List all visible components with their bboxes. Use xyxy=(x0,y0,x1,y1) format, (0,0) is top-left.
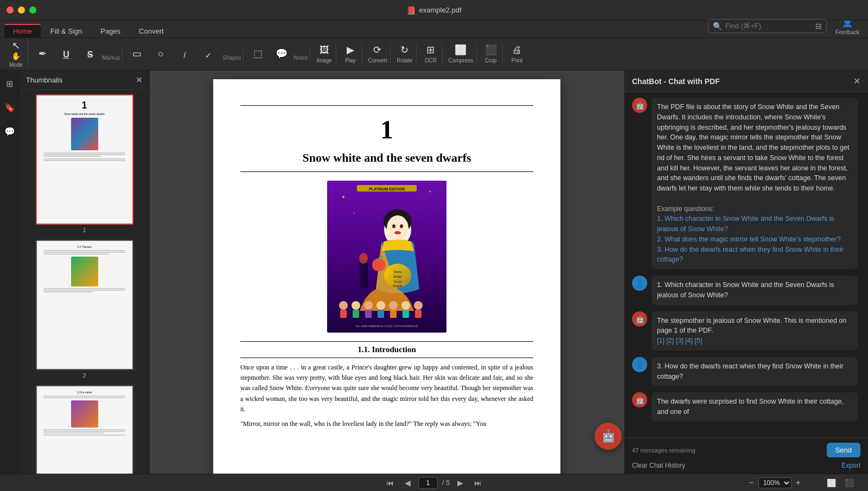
tab-pages[interactable]: Pages xyxy=(92,25,129,37)
user-avatar-1: 👤 xyxy=(632,276,647,291)
toolbar: ↖ ✋ Mode ✒ U S Markup ▭ ○ / ✓ Shapes xyxy=(0,38,868,71)
example-link-3[interactable]: 3. How do the dwarfs react when they fin… xyxy=(657,246,844,264)
mode-button[interactable]: ↖ ✋ Mode xyxy=(4,38,28,70)
compress-button[interactable]: ⬜ Compress xyxy=(445,42,477,66)
chatbot-fab[interactable]: 🤖 xyxy=(595,423,622,450)
minimize-button[interactable] xyxy=(18,7,25,14)
svg-point-2 xyxy=(430,191,431,193)
example-link-2[interactable]: 2. What does the magic mirror tell Snow … xyxy=(657,235,841,243)
tab-row: Home Fill & Sign Pages Convert 🔍 ⊟ 👤 Fee… xyxy=(0,21,868,38)
underline-icon: U xyxy=(63,49,69,60)
rect-button[interactable]: ▭ xyxy=(125,46,149,62)
ocr-icon: ⊞ xyxy=(426,44,435,56)
svg-point-14 xyxy=(339,301,348,310)
thumbnails-list: 1 Snow white and the seven dwarfs 1 1. xyxy=(20,90,149,474)
page-total: / 5 xyxy=(442,479,450,487)
print-button[interactable]: 🖨 Print xyxy=(505,42,529,66)
page-number-input[interactable] xyxy=(418,477,438,489)
ai-avatar-3: 🤖 xyxy=(632,392,647,407)
fit-width-button[interactable]: ⬛ xyxy=(841,477,857,488)
prev-page-button[interactable]: ◀ xyxy=(401,477,414,488)
search-input[interactable] xyxy=(725,22,812,30)
chat-close-button[interactable]: ✕ xyxy=(853,76,860,86)
convert-button[interactable]: ⟳ Convert xyxy=(365,42,391,66)
svg-point-11 xyxy=(394,231,401,234)
ai-avatar-1: 🤖 xyxy=(632,98,647,113)
svg-point-20 xyxy=(376,301,385,310)
comment-button[interactable]: 💬 xyxy=(270,46,293,62)
zoom-out-button[interactable]: − xyxy=(746,478,756,488)
comments-icon[interactable]: 💬 xyxy=(1,123,18,140)
last-page-button[interactable]: ⏭ xyxy=(471,477,485,488)
chat-footer: 47 messages remaining Send Clear Chat Hi… xyxy=(624,438,868,474)
thumbnails-icon[interactable]: ⊞ xyxy=(1,75,18,92)
cursor-icon: ↖ xyxy=(12,40,20,52)
thumbnail-page-3[interactable]: 1.3 Le conte 3 xyxy=(24,385,145,474)
search-icon: 🔍 xyxy=(713,22,722,30)
zoom-in-button[interactable]: + xyxy=(794,478,803,488)
crop-button[interactable]: ⬛ Crop xyxy=(479,42,503,66)
rotate-icon: ↻ xyxy=(400,44,409,56)
fit-page-button[interactable]: ⬜ xyxy=(824,477,839,488)
svg-text:Dwarfs: Dwarfs xyxy=(393,284,403,288)
strikethrough-icon: S xyxy=(87,49,93,60)
filter-icon[interactable]: ⊟ xyxy=(815,22,822,30)
thumbnail-page-2[interactable]: 1.2 Themes 2 xyxy=(24,240,145,379)
clear-history-button[interactable]: Clear Chat History xyxy=(632,462,685,469)
chat-bubble-ai-3: The dwarfs were surprised to find Snow W… xyxy=(652,392,858,422)
line-icon: / xyxy=(183,51,186,60)
ocr-button[interactable]: ⊞ OCR xyxy=(419,42,443,66)
chat-messages: 🤖 The PDF file is about the story of Sno… xyxy=(624,92,868,438)
play-button[interactable]: ▶ Play xyxy=(339,42,362,66)
line-button[interactable]: / xyxy=(173,49,196,62)
tab-home[interactable]: Home xyxy=(4,24,41,37)
thumb-cover-1 xyxy=(71,118,98,150)
rotate-button[interactable]: ↻ Rotate xyxy=(393,42,417,66)
thumbnail-img-2: 1.2 Themes xyxy=(36,240,133,370)
ellipse-icon: ○ xyxy=(158,48,164,60)
chat-header: ChatBot - Chat with PDF ✕ xyxy=(624,71,868,92)
thumbnail-img-3: 1.3 Le conte xyxy=(36,385,133,474)
zoom-select[interactable]: 100% 75% 125% 150% xyxy=(758,477,792,488)
pdf-body-text-1: Once upon a time . . . in a great castle… xyxy=(240,362,533,415)
strikethrough-button[interactable]: S xyxy=(78,47,102,62)
next-page-button[interactable]: ▶ xyxy=(454,477,467,488)
image-button[interactable]: 🖼 Image xyxy=(312,42,336,66)
send-button[interactable]: Send xyxy=(827,443,860,457)
svg-rect-25 xyxy=(403,310,409,318)
thumbnails-panel: Thumbnails ✕ 1 Snow white and the seven … xyxy=(20,71,150,474)
close-button[interactable] xyxy=(7,7,14,14)
stamp-button[interactable]: ⬚ xyxy=(246,46,270,62)
maximize-button[interactable] xyxy=(29,7,36,14)
thumbnail-page-1[interactable]: 1 Snow white and the seven dwarfs 1 xyxy=(24,94,145,233)
export-button[interactable]: Export xyxy=(841,462,860,469)
example-link-1[interactable]: 1. Which character in Snow White and the… xyxy=(657,215,834,233)
tab-fill-sign[interactable]: Fill & Sign xyxy=(42,25,91,37)
svg-point-22 xyxy=(389,301,398,310)
svg-rect-17 xyxy=(353,310,359,318)
notes-label: Notes xyxy=(293,55,308,62)
tab-convert[interactable]: Convert xyxy=(130,25,173,37)
svg-rect-27 xyxy=(415,310,422,318)
pdf-viewer[interactable]: 1 Snow white and the seven dwarfs xyxy=(150,71,624,474)
title-bar: 📕 example2.pdf xyxy=(0,0,868,21)
first-page-button[interactable]: ⏮ xyxy=(383,477,397,488)
pen-button[interactable]: ✒ xyxy=(30,46,54,62)
ellipse-button[interactable]: ○ xyxy=(149,46,173,62)
traffic-lights xyxy=(7,7,36,14)
svg-text:White: White xyxy=(393,275,402,279)
book-cover-image: PLATINUM EDITION xyxy=(327,181,446,333)
section-title: 1.1. Introduction xyxy=(240,341,533,358)
thumbnail-img-1: 1 Snow white and the seven dwarfs xyxy=(36,94,133,225)
chat-msg-ai-3: 🤖 The dwarfs were surprised to find Snow… xyxy=(632,392,860,422)
pdf-icon: 📕 xyxy=(406,6,416,15)
bottom-bar: ⏮ ◀ / 5 ▶ ⏭ − 100% 75% 125% 150% + ⬜ ⬛ xyxy=(0,474,868,491)
svg-point-18 xyxy=(364,301,373,310)
check-button[interactable]: ✓ xyxy=(196,49,220,62)
chapter-number: 1 xyxy=(240,114,533,144)
bookmarks-icon[interactable]: 🔖 xyxy=(1,99,18,116)
chat-actions: 47 messages remaining Send xyxy=(632,443,860,457)
pdf-page-1: 1 Snow white and the seven dwarfs xyxy=(213,79,560,474)
underline-button[interactable]: U xyxy=(54,47,78,62)
sidebar-close-button[interactable]: ✕ xyxy=(136,75,143,85)
